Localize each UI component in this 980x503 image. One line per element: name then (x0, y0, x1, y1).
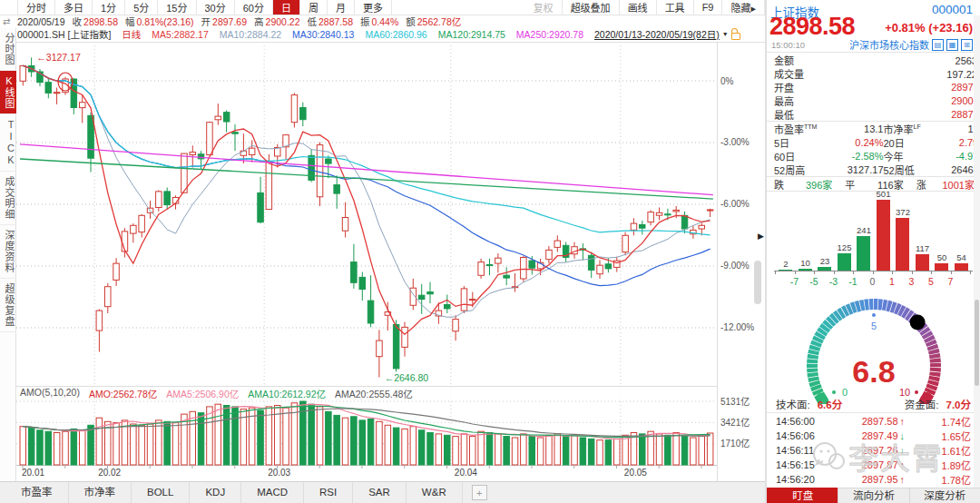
toolbar-button-隐藏[interactable]: 隐藏▸ (722, 0, 765, 15)
down-arrow-icon: ↓ (900, 445, 906, 456)
dist-axis-tick (931, 271, 932, 274)
tick-price: 2897.49↓ (834, 430, 905, 441)
up-arrow-icon: ↑ (900, 459, 906, 470)
dist-bar-value: 117 (913, 243, 933, 253)
quote-time: 15:00:10 (771, 40, 805, 50)
stat-label: 最高 (774, 94, 794, 108)
field-value: 2900.22 (266, 16, 300, 27)
sidebar-item-分时图[interactable]: 分时图 (0, 28, 16, 71)
quote-panel: 上证指数 000001 2898.58 +0.81% (+23.16) 15:0… (767, 0, 980, 503)
toolbar-button-日[interactable]: 日 (273, 0, 300, 15)
toolbar-button-分时[interactable]: 分时 (17, 0, 55, 15)
sidebar-item-成交明细[interactable]: 成交明细 (0, 172, 16, 225)
indicator-tab-KDJ[interactable]: KDJ (190, 482, 241, 503)
index-link-text[interactable]: 沪深市场核心指数 (849, 37, 929, 52)
toolbar-button-工具[interactable]: 工具 (657, 0, 694, 15)
toolbar-button-周[interactable]: 周 (300, 0, 328, 15)
tick-amount: 1.65亿 (942, 429, 971, 443)
panel-tab-深度分析[interactable]: 深度分析 (909, 488, 980, 503)
ma-value: MA10:2884.22 (220, 29, 281, 40)
kline-chart[interactable]: 0%-3.00%-6.00%-9.00%-12.00%5131亿3421亿171… (16, 42, 765, 481)
amo-indicator-bar: AMO(5,10,20)AMO:2562.78亿AMA5:2506.90亿AMA… (20, 387, 655, 399)
field-label: 高 (254, 15, 264, 27)
svg-text:20.02: 20.02 (98, 468, 121, 478)
indicator-tab-市盈率[interactable]: 市盈率 (5, 482, 69, 503)
dist-bar-value: 10 (796, 258, 816, 268)
toolbar-button-15分[interactable]: 15分 (158, 0, 196, 15)
sync-icon[interactable]: ⇄ (3, 16, 10, 26)
toolbar-button-30分[interactable]: 30分 (197, 0, 235, 15)
svg-text:←2646.80: ←2646.80 (385, 372, 429, 383)
dist-bar (935, 263, 948, 271)
indicator-tab-市净率[interactable]: 市净率 (69, 482, 132, 503)
add-grid-icon[interactable]: ⊞ (961, 39, 973, 51)
toolbar-button-多日[interactable]: 多日 (55, 0, 93, 15)
dist-bar (916, 254, 929, 271)
stat-row-成交量: 成交量197.22亿 (767, 66, 980, 80)
toolbar-button-1分[interactable]: 1分 (93, 0, 125, 15)
unlock-icon[interactable] (731, 33, 740, 40)
fund-score-label: 资金面: (905, 397, 939, 411)
panel-scrollbar-thumb[interactable] (975, 300, 979, 386)
sidebar-item-K线图[interactable]: K线图 (0, 71, 16, 114)
toolbar-button-更多[interactable]: 更多 (355, 0, 392, 15)
sentiment-gauge: 50106.8 (767, 295, 980, 404)
panel-scrollbar-track[interactable] (974, 15, 980, 488)
index-category-link[interactable]: 沪深市场核心指数▤▦⊞ (849, 37, 973, 52)
dist-axis-tick (873, 271, 874, 274)
ma-value: MA30:2840.13 (292, 29, 354, 40)
panel-collapse-icon[interactable]: ▶ (758, 232, 764, 241)
grid-icon[interactable]: ▦ (946, 39, 958, 51)
dist-axis-label: 1 (884, 276, 900, 287)
field-label: 收 (73, 15, 83, 27)
stat-label: 市盈率TTM (774, 122, 825, 136)
indicator-tab-RSI[interactable]: RSI (304, 482, 353, 503)
toolbar-button-复权[interactable]: 复权 (525, 0, 563, 15)
indicator-tab-MACD[interactable]: MACD (241, 482, 304, 503)
field-value: 0.44% (371, 16, 398, 27)
date-range-selector[interactable]: 2020/01/13-2020/05/19(82日)▼ (594, 27, 740, 41)
toolbar-button-60分[interactable]: 60分 (235, 0, 273, 15)
stat-value: -4.97% (929, 151, 980, 162)
toolbar-button-F9[interactable]: F9 (694, 0, 723, 15)
indicator-tab-W&R[interactable]: W&R (407, 482, 463, 503)
dist-axis-tick (951, 271, 952, 274)
toolbar-button-5分[interactable]: 5分 (125, 0, 158, 15)
breadth-label: 涨 (916, 177, 926, 192)
list-icon[interactable]: ▤ (932, 39, 944, 51)
add-indicator-button[interactable]: + (472, 485, 487, 500)
index-price: 2898.58 (769, 13, 855, 41)
ma-value: MA5:2882.17 (152, 29, 208, 40)
panel-tab-流向分析[interactable]: 流向分析 (838, 488, 908, 503)
kline-svg[interactable]: 0%-3.00%-6.00%-9.00%-12.00%5131亿3421亿171… (16, 42, 765, 481)
stat-value: -2.58% (825, 151, 884, 162)
field-label: 振 (360, 15, 370, 27)
toolbar-button-月[interactable]: 月 (328, 0, 355, 15)
dist-axis-label: -5 (806, 276, 822, 287)
indicator-toolbar: 市盈率市净率BOLLKDJMACDRSISARW&R+ (0, 481, 765, 503)
dist-axis-label: 7 (943, 276, 959, 287)
dist-bar-value: 2 (776, 259, 796, 269)
indicator-tab-BOLL[interactable]: BOLL (132, 482, 190, 503)
panel-tab-盯盘[interactable]: 盯盘 (767, 488, 838, 503)
dist-bar-value: 241 (854, 225, 874, 235)
svg-text:3421亿: 3421亿 (720, 417, 750, 428)
field-value: 0.81%(23.16) (137, 16, 194, 27)
toolbar-button-超级叠加[interactable]: 超级叠加 (563, 0, 620, 15)
sidebar-item-超级复盘[interactable]: 超级复盘 (0, 279, 16, 332)
index-change: +0.81% (+23.16) (885, 21, 973, 35)
tick-row: 14:56:062897.49↓1.65亿 (767, 429, 980, 443)
period-label: 日线 (122, 27, 141, 41)
up-arrow-icon: ↑ (900, 474, 906, 485)
dist-axis-label: -1 (845, 276, 861, 287)
chart-scrollbar-thumb[interactable] (754, 261, 761, 304)
tick-time: 14:56:11 (776, 445, 834, 456)
dist-bar-value: 50 (932, 252, 952, 262)
indicator-tab-SAR[interactable]: SAR (353, 482, 407, 503)
dist-axis-tick (912, 271, 913, 274)
sidebar-item-TICK[interactable]: TICK (0, 114, 16, 172)
amo-value: AMA10:2612.92亿 (248, 387, 326, 399)
sidebar-item-深度资料[interactable]: 深度资料 (0, 225, 16, 279)
toolbar-button-画线[interactable]: 画线 (620, 0, 657, 15)
svg-text:20.01: 20.01 (22, 468, 44, 478)
